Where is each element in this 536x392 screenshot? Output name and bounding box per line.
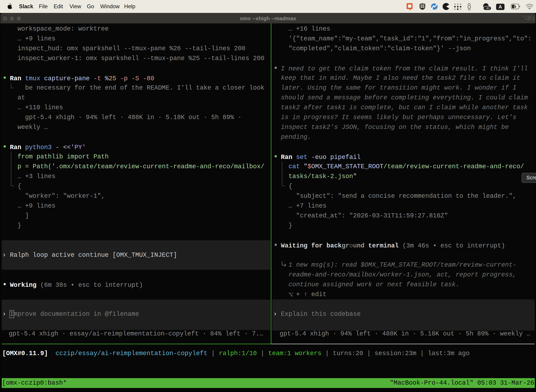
svg-text:..61: ..61 [485,7,490,10]
